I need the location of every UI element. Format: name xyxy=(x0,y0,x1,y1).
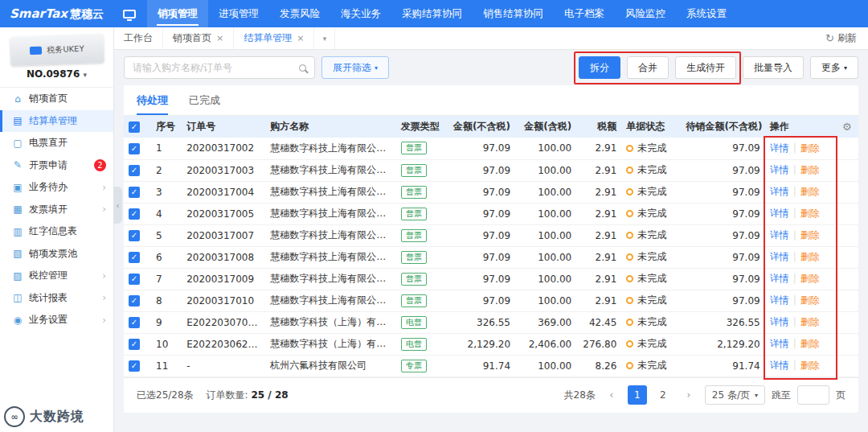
batch-import-button[interactable]: 批量导入 xyxy=(743,56,804,79)
ukey-number-selector[interactable]: NO.09876 ▾ xyxy=(0,68,113,80)
tabbar: 工作台销项首页×结算单管理× ▾ ↻ 刷新 xyxy=(114,27,868,50)
sidebar-item-invoice-apply[interactable]: ✎开票申请2 xyxy=(0,154,113,177)
sidebar-item-e-invoice[interactable]: ▢电票直开 xyxy=(0,132,113,154)
delete-link[interactable]: 删除 xyxy=(800,294,820,306)
topnav-item[interactable]: 电子档案 xyxy=(554,0,615,27)
tabbar-tab[interactable]: 销项首页× xyxy=(163,27,234,49)
detail-link[interactable]: 详情 xyxy=(770,208,789,219)
more-button[interactable]: 更多 ▾ xyxy=(810,56,858,79)
row-checkbox[interactable]: ✓ xyxy=(129,274,140,285)
delete-link[interactable]: 删除 xyxy=(800,186,820,197)
topnav-item[interactable]: 海关业务 xyxy=(330,0,391,27)
status-cell: 未完成 xyxy=(626,294,676,307)
invoice-type-badge: 电普 xyxy=(401,338,427,351)
amount-excl-tax: 97.09 xyxy=(444,159,515,181)
detail-link[interactable]: 详情 xyxy=(770,294,789,306)
detail-link[interactable]: 详情 xyxy=(770,316,789,327)
row-checkbox[interactable]: ✓ xyxy=(129,187,140,198)
detail-link[interactable]: 详情 xyxy=(770,273,789,284)
tab-pending[interactable]: 待处理 xyxy=(137,85,168,115)
search-input[interactable] xyxy=(133,62,299,73)
pending-amount: 97.09 xyxy=(681,138,764,159)
select-all-checkbox[interactable]: ✓ xyxy=(129,121,140,133)
delete-link[interactable]: 删除 xyxy=(800,251,820,262)
detail-link[interactable]: 详情 xyxy=(770,186,789,197)
sidebar-collapse-handle[interactable]: ‹ xyxy=(113,187,122,224)
column-settings-gear-icon[interactable]: ⚙ xyxy=(842,121,852,133)
detail-link[interactable]: 详情 xyxy=(770,360,789,371)
detail-link[interactable]: 详情 xyxy=(770,338,789,349)
invoice-type-badge: 普票 xyxy=(401,273,427,286)
sidebar-item-settlement[interactable]: ▤结算单管理 xyxy=(0,110,113,133)
delete-link[interactable]: 删除 xyxy=(800,142,820,154)
row-index: 8 xyxy=(151,290,182,311)
sidebar-item-red-letter[interactable]: ▥红字信息表 xyxy=(0,220,113,243)
detail-link[interactable]: 详情 xyxy=(770,142,789,154)
topnav-item[interactable]: 销项管理 xyxy=(147,0,208,27)
amount-excl-tax: 97.09 xyxy=(444,138,515,159)
next-page-button[interactable]: › xyxy=(679,385,698,405)
row-checkbox[interactable]: ✓ xyxy=(129,360,140,372)
prev-page-button[interactable]: ‹ xyxy=(602,385,621,405)
tab-list-dropdown[interactable]: ▾ xyxy=(314,27,335,49)
dashukuajing-logo-icon: ∞ xyxy=(4,406,25,427)
row-checkbox[interactable]: ✓ xyxy=(129,143,140,154)
page-button[interactable]: 1 xyxy=(628,385,647,405)
row-checkbox[interactable]: ✓ xyxy=(129,230,140,241)
row-checkbox[interactable]: ✓ xyxy=(129,339,140,350)
tax-amount: 2.91 xyxy=(576,203,621,224)
topnav-item[interactable]: 发票风险 xyxy=(269,0,330,27)
tabbar-tab[interactable]: 工作台 xyxy=(114,27,163,49)
row-checkbox[interactable]: ✓ xyxy=(129,295,140,307)
split-button[interactable]: 拆分 xyxy=(579,56,620,79)
delete-link[interactable]: 删除 xyxy=(800,208,820,219)
topnav-item[interactable]: 销售结算协同 xyxy=(473,0,554,27)
topnav-item[interactable]: 风险监控 xyxy=(615,0,676,27)
settlement-table: ✓ 序号 订单号 购方名称 发票类型 金额(不含税) 金额(含税) 税额 单据状… xyxy=(124,116,858,377)
sidebar-item-invoice-pool[interactable]: ▧销项发票池 xyxy=(0,243,113,265)
jump-page-input[interactable] xyxy=(797,385,829,405)
page-button[interactable]: 2 xyxy=(653,385,673,405)
delete-link[interactable]: 删除 xyxy=(800,316,820,327)
topnav-item[interactable]: 进项管理 xyxy=(208,0,269,27)
row-checkbox[interactable]: ✓ xyxy=(129,165,140,176)
sidebar-item-tax-control[interactable]: ▨税控管理› xyxy=(0,265,113,287)
delete-link[interactable]: 删除 xyxy=(800,360,820,371)
refresh-button[interactable]: ↻ 刷新 xyxy=(825,31,868,45)
status-text: 未完成 xyxy=(637,294,666,307)
sidebar-item-invoice-fill[interactable]: ▦发票填开› xyxy=(0,199,113,221)
page-size-select[interactable]: 25 条/页 ▾ xyxy=(705,385,765,405)
watermark: ∞ 大数跨境 xyxy=(4,406,84,427)
sidebar-item-home[interactable]: ⌂销项首页 xyxy=(0,88,113,110)
detail-link[interactable]: 详情 xyxy=(770,251,789,262)
topnav-item[interactable]: 系统设置 xyxy=(676,0,737,27)
delete-link[interactable]: 删除 xyxy=(800,164,820,175)
expand-filter-button[interactable]: 展开筛选 ▾ xyxy=(321,56,389,79)
row-checkbox[interactable]: ✓ xyxy=(129,252,140,263)
table-row: ✓11-杭州六氟科技有限公司专票91.74100.008.26未完成91.74详… xyxy=(124,355,858,376)
generate-pending-button[interactable]: 生成待开 xyxy=(675,56,736,79)
view-tabs: 待处理 已完成 xyxy=(124,85,858,116)
search-icon[interactable] xyxy=(299,64,306,72)
topnav-item[interactable]: 采购结算协同 xyxy=(391,0,473,27)
sidebar-item-settings[interactable]: ◉业务设置› xyxy=(0,309,113,331)
row-checkbox[interactable]: ✓ xyxy=(129,208,140,220)
close-icon[interactable]: × xyxy=(216,33,223,43)
sidebar-item-todo[interactable]: ▣业务待办› xyxy=(0,176,113,199)
chevron-down-icon: ▾ xyxy=(375,64,378,72)
row-checkbox[interactable]: ✓ xyxy=(129,317,140,328)
tabbar-tab[interactable]: 结算单管理× xyxy=(234,27,314,49)
sidebar-item-report[interactable]: ◫统计报表› xyxy=(0,287,113,310)
chevron-down-icon: ▾ xyxy=(83,71,87,79)
buyer-name: 慧穗数字科技上海有限公司（演示） xyxy=(265,268,395,290)
sidebar-item-label: 红字信息表 xyxy=(29,224,106,238)
delete-link[interactable]: 删除 xyxy=(800,229,820,241)
selection-summary: 已选25/28条 订单数量: 25 / 28 xyxy=(137,389,289,402)
close-icon[interactable]: × xyxy=(297,33,304,43)
delete-link[interactable]: 删除 xyxy=(800,338,820,349)
tab-completed[interactable]: 已完成 xyxy=(189,85,220,115)
detail-link[interactable]: 详情 xyxy=(770,164,789,175)
delete-link[interactable]: 删除 xyxy=(800,273,820,284)
detail-link[interactable]: 详情 xyxy=(770,229,789,241)
merge-button[interactable]: 合并 xyxy=(627,56,669,79)
